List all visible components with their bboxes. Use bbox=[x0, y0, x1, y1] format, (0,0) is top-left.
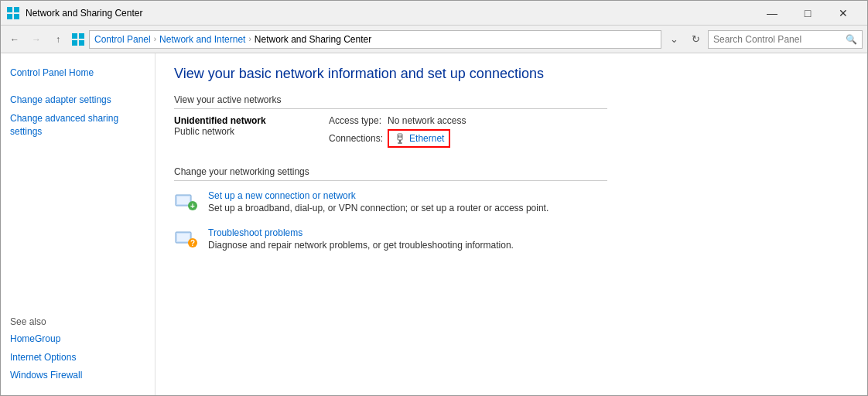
setting-text-0: Set up a new connection or network Set u… bbox=[208, 190, 548, 213]
svg-text:+: + bbox=[190, 202, 195, 210]
sidebar-see-also: See also HomeGroup Internet Options Wind… bbox=[10, 316, 145, 383]
connections-highlight: Ethernet bbox=[388, 129, 450, 148]
page-title: View your basic network information and … bbox=[174, 66, 849, 82]
control-panel-icon bbox=[72, 33, 84, 46]
setup-connection-link[interactable]: Set up a new connection or network bbox=[208, 190, 548, 201]
forward-button[interactable]: → bbox=[27, 30, 46, 49]
sidebar-windows-firewall[interactable]: Windows Firewall bbox=[10, 368, 145, 383]
path-arrow-1: › bbox=[154, 35, 156, 43]
search-box[interactable]: 🔍 bbox=[708, 30, 863, 49]
svg-rect-2 bbox=[7, 14, 12, 19]
dropdown-button[interactable]: ⌄ bbox=[665, 30, 683, 49]
sidebar-advanced-sharing[interactable]: Change advanced sharingsettings bbox=[10, 112, 145, 138]
setting-item-1: ? Troubleshoot problems Diagnose and rep… bbox=[174, 227, 607, 252]
ethernet-icon bbox=[394, 132, 406, 145]
svg-rect-14 bbox=[177, 196, 190, 204]
path-arrow-2: › bbox=[248, 35, 251, 43]
active-networks-header: View your active networks bbox=[174, 94, 607, 109]
sidebar-homegroup[interactable]: HomeGroup bbox=[10, 332, 145, 346]
refresh-button[interactable]: ↻ bbox=[686, 30, 705, 49]
network-name-col: Unidentified network Public network bbox=[174, 115, 329, 148]
setup-connection-icon: + bbox=[174, 190, 199, 215]
setting-text-1: Troubleshoot problems Diagnose and repai… bbox=[208, 227, 514, 251]
sidebar-internet-options[interactable]: Internet Options bbox=[10, 350, 145, 365]
sidebar-links: Change adapter settings Change advanced … bbox=[10, 93, 145, 138]
network-info-col: Access type: No network access Connectio… bbox=[329, 115, 607, 148]
title-bar: Network and Sharing Center — □ ✕ bbox=[1, 1, 867, 26]
troubleshoot-icon: ? bbox=[174, 227, 199, 252]
setup-connection-desc: Set up a broadband, dial-up, or VPN conn… bbox=[208, 203, 548, 213]
main-content: Control Panel Home Change adapter settin… bbox=[1, 53, 867, 395]
svg-rect-1 bbox=[14, 7, 19, 12]
svg-rect-6 bbox=[72, 40, 77, 46]
sidebar: Control Panel Home Change adapter settin… bbox=[1, 53, 155, 395]
network-type: Public network bbox=[174, 126, 329, 137]
svg-rect-10 bbox=[401, 135, 402, 138]
setting-item-0: + Set up a new connection or network Set… bbox=[174, 190, 607, 215]
change-section-header: Change your networking settings bbox=[174, 166, 607, 181]
title-bar-left: Network and Sharing Center bbox=[7, 7, 142, 19]
content-panel: View your basic network information and … bbox=[155, 53, 867, 395]
svg-rect-12 bbox=[398, 142, 402, 144]
title-bar-buttons: — □ ✕ bbox=[754, 1, 861, 26]
maximize-button[interactable]: □ bbox=[790, 1, 825, 26]
svg-text:?: ? bbox=[190, 239, 195, 248]
sidebar-home-link[interactable]: Control Panel Home bbox=[10, 66, 145, 80]
svg-rect-18 bbox=[177, 234, 190, 241]
see-also-title: See also bbox=[10, 316, 145, 327]
ethernet-link[interactable]: Ethernet bbox=[409, 133, 444, 144]
up-button[interactable]: ↑ bbox=[49, 30, 67, 49]
svg-rect-4 bbox=[72, 33, 77, 39]
svg-rect-9 bbox=[398, 135, 400, 138]
search-input[interactable] bbox=[713, 34, 846, 45]
sidebar-adapter-settings[interactable]: Change adapter settings bbox=[10, 93, 145, 108]
minimize-button[interactable]: — bbox=[754, 1, 790, 26]
title-text: Network and Sharing Center bbox=[26, 8, 142, 19]
close-button[interactable]: ✕ bbox=[825, 1, 861, 26]
change-section: Change your networking settings + Set up… bbox=[174, 166, 607, 252]
troubleshoot-link[interactable]: Troubleshoot problems bbox=[208, 227, 514, 238]
access-type-value: No network access bbox=[388, 115, 466, 126]
back-button[interactable]: ← bbox=[5, 30, 24, 49]
search-icon: 🔍 bbox=[846, 34, 857, 45]
svg-rect-5 bbox=[79, 33, 84, 39]
svg-rect-8 bbox=[398, 134, 402, 140]
address-path[interactable]: Control Panel › Network and Internet › N… bbox=[89, 30, 661, 49]
path-network-sharing: Network and Sharing Center bbox=[255, 34, 371, 45]
access-type-label: Access type: bbox=[329, 115, 381, 126]
connections-container: Connections: Ethernet bbox=[329, 129, 607, 148]
svg-rect-3 bbox=[14, 14, 19, 19]
path-network-internet: Network and Internet bbox=[159, 34, 245, 45]
path-control-panel: Control Panel bbox=[94, 34, 151, 45]
window-icon bbox=[7, 7, 19, 19]
svg-rect-0 bbox=[7, 7, 12, 12]
network-table: Unidentified network Public network Acce… bbox=[174, 115, 607, 148]
address-bar: ← → ↑ Control Panel › Network and Intern… bbox=[1, 26, 867, 53]
access-type-row: Access type: No network access bbox=[329, 115, 607, 126]
troubleshoot-desc: Diagnose and repair network problems, or… bbox=[208, 240, 514, 251]
network-name: Unidentified network bbox=[174, 115, 329, 126]
connections-label: Connections: bbox=[329, 133, 383, 144]
svg-rect-7 bbox=[79, 40, 84, 46]
